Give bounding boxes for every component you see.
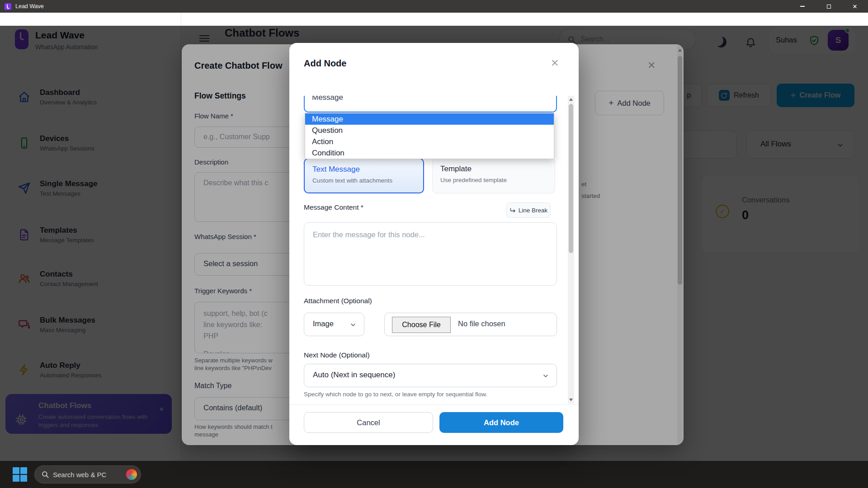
maximize-button[interactable]	[816, 0, 842, 13]
close-window-button[interactable]: ✕	[842, 0, 868, 13]
search-icon	[41, 470, 49, 479]
add-node-modal-scrollbar[interactable]	[568, 96, 574, 404]
message-content-textarea[interactable]: Enter the message for this node...	[304, 222, 557, 286]
app-region: Lead Wave WhatsApp Automation Dashboard …	[0, 26, 868, 461]
chevron-down-icon	[542, 372, 549, 380]
node-type-select[interactable]: Message	[304, 96, 557, 113]
file-input: Choose File No file chosen	[384, 313, 557, 336]
scrollbar-thumb[interactable]	[569, 104, 573, 253]
next-node-help: Specify which node to go to next, or lea…	[304, 391, 487, 398]
add-node-modal-title: Add Node	[304, 58, 346, 69]
add-node-modal: Add Node ✕ Message Message Question Acti…	[289, 43, 579, 445]
file-status-text: No file chosen	[458, 319, 505, 328]
add-node-modal-scroll-area: Message Message Question Action Conditio…	[289, 96, 568, 404]
chevron-down-icon	[349, 321, 357, 328]
taskbar-search[interactable]	[34, 465, 141, 483]
template-card[interactable]: Template Use predefined template	[432, 158, 555, 193]
line-break-button[interactable]: Line Break	[506, 202, 551, 218]
top-white-strip	[0, 13, 868, 26]
dropdown-option-condition[interactable]: Condition	[305, 147, 554, 159]
app-logo-icon	[5, 3, 11, 10]
node-type-dropdown: Message Question Action Condition	[305, 113, 554, 159]
corner-down-right-icon	[509, 207, 516, 214]
attachment-label: Attachment (Optional)	[304, 297, 372, 305]
choose-file-button[interactable]: Choose File	[392, 317, 451, 333]
dropdown-option-action[interactable]: Action	[305, 136, 554, 147]
search-highlight-icon	[125, 468, 138, 481]
window-titlebar: Lead Wave ✕	[0, 0, 868, 13]
taskbar: S T S W 9+ 29°C	[0, 461, 868, 488]
text-message-card[interactable]: Text Message Custom text with attachment…	[304, 158, 424, 193]
dropdown-option-message[interactable]: Message	[305, 113, 554, 125]
minimize-button[interactable]	[789, 0, 816, 13]
attachment-type-select[interactable]: Image	[304, 313, 364, 336]
windows-start-icon[interactable]	[13, 467, 27, 482]
close-icon[interactable]: ✕	[551, 57, 559, 69]
window-title: Lead Wave	[15, 3, 44, 9]
next-node-label: Next Node (Optional)	[304, 351, 370, 359]
add-node-submit-button[interactable]: Add Node	[439, 412, 563, 433]
message-content-label: Message Content *	[304, 203, 363, 211]
cancel-button[interactable]: Cancel	[304, 412, 433, 433]
screen: Lead Wave ✕ Lead Wave WhatsApp Automatio…	[0, 0, 868, 488]
taskbar-search-input[interactable]	[53, 466, 121, 483]
dropdown-option-question[interactable]: Question	[305, 125, 554, 136]
next-node-select[interactable]: Auto (Next in sequence)	[304, 364, 557, 387]
